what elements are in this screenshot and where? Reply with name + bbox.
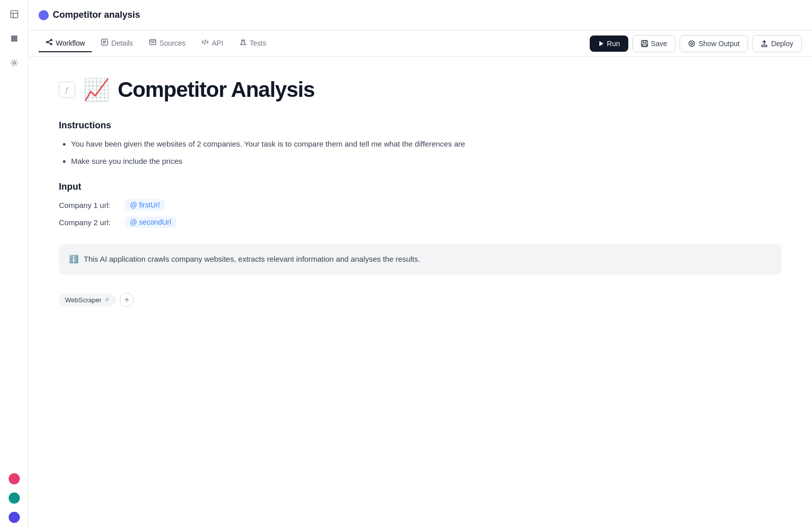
sidebar-dot-teal[interactable] — [9, 492, 20, 504]
instruction-item-2: Make sure you include the prices — [71, 155, 782, 167]
instructions-section: Instructions You have been given the web… — [59, 120, 782, 167]
webscraper-tag[interactable]: WebScraper ✕ — [59, 294, 116, 306]
instructions-heading: Instructions — [59, 120, 782, 131]
run-button[interactable]: Run — [590, 36, 628, 52]
svg-line-16 — [48, 41, 51, 42]
deploy-button[interactable]: Deploy — [752, 35, 802, 52]
svg-point-14 — [51, 40, 52, 41]
input-heading: Input — [59, 182, 782, 192]
svg-point-4 — [13, 36, 15, 38]
sidebar-dot-red[interactable] — [9, 473, 20, 484]
svg-rect-29 — [642, 44, 647, 46]
tab-sources[interactable]: Sources — [142, 34, 192, 52]
tab-details[interactable]: Details — [94, 34, 140, 52]
tab-tests[interactable]: Tests — [232, 34, 274, 52]
company1-label: Company 1 url: — [59, 201, 120, 209]
svg-point-8 — [15, 38, 17, 40]
show-output-button[interactable]: Show Output — [680, 35, 748, 52]
main-area: Competitor analysis Workflow — [28, 0, 812, 529]
page-title-emoji: 📈 — [83, 77, 110, 102]
add-tag-icon: + — [124, 295, 129, 304]
instructions-list: You have been given the websites of 2 co… — [59, 138, 782, 167]
svg-rect-22 — [150, 40, 156, 45]
sidebar-settings-icon[interactable] — [6, 55, 22, 71]
deploy-label: Deploy — [771, 40, 793, 48]
app-icon — [39, 10, 49, 20]
info-text: This AI application crawls company websi… — [84, 253, 420, 265]
tab-workflow-label: Workflow — [56, 39, 85, 47]
svg-line-17 — [48, 43, 51, 44]
tab-details-label: Details — [111, 39, 133, 47]
details-tab-icon — [101, 39, 108, 47]
tab-tests-label: Tests — [250, 39, 266, 47]
tab-api[interactable]: API — [194, 34, 230, 52]
webscraper-tag-remove[interactable]: ✕ — [105, 296, 110, 303]
run-label: Run — [607, 40, 620, 48]
input-row-company1: Company 1 url: @ firstUrl — [59, 199, 782, 210]
svg-point-7 — [13, 38, 15, 40]
svg-point-31 — [691, 43, 693, 45]
svg-point-11 — [15, 40, 17, 42]
svg-point-6 — [11, 38, 13, 40]
sidebar-dot-indigo[interactable] — [9, 512, 20, 523]
header-title: Competitor analysis — [39, 10, 140, 20]
svg-point-30 — [689, 41, 695, 46]
svg-rect-0 — [11, 11, 18, 18]
content-area: ƒ 📈 Competitor Analysis Instructions You… — [28, 57, 812, 529]
tab-workflow[interactable]: Workflow — [39, 34, 92, 52]
input-section: Input Company 1 url: @ firstUrl Company … — [59, 182, 782, 228]
save-label: Save — [651, 40, 667, 48]
api-tab-icon — [201, 39, 209, 47]
page-title: Competitor Analysis — [118, 78, 315, 102]
svg-point-10 — [13, 40, 15, 42]
tabs-left: Workflow Details — [39, 34, 590, 52]
save-button[interactable]: Save — [632, 35, 676, 52]
info-icon: ℹ️ — [69, 253, 79, 265]
tags-row: WebScraper ✕ + — [59, 293, 782, 307]
page-title-section: ƒ 📈 Competitor Analysis — [59, 77, 782, 102]
tests-tab-icon — [240, 39, 247, 47]
workflow-tab-icon — [46, 39, 53, 47]
svg-point-13 — [47, 42, 48, 43]
svg-point-9 — [11, 40, 13, 42]
svg-point-3 — [11, 36, 13, 38]
tabs-bar: Workflow Details — [28, 30, 812, 57]
svg-point-15 — [51, 44, 52, 45]
tab-api-label: API — [212, 39, 223, 47]
function-icon: ƒ — [59, 82, 75, 98]
sidebar-grid-icon[interactable] — [6, 30, 22, 47]
instruction-item-1: You have been given the websites of 2 co… — [71, 138, 782, 150]
show-output-label: Show Output — [698, 40, 739, 48]
sources-tab-icon — [149, 39, 156, 47]
svg-point-5 — [15, 36, 17, 38]
info-box: ℹ️ This AI application crawls company we… — [59, 244, 782, 274]
svg-marker-26 — [599, 41, 603, 46]
firstUrl-mention[interactable]: @ firstUrl — [125, 199, 165, 210]
function-icon-label: ƒ — [65, 86, 69, 94]
webscraper-tag-label: WebScraper — [65, 296, 101, 304]
company2-label: Company 2 url: — [59, 218, 120, 227]
tabs-right: Run Save Show Output — [590, 35, 802, 52]
sidebar-layout-icon[interactable] — [6, 6, 22, 22]
app-title: Competitor analysis — [53, 10, 140, 20]
left-sidebar — [0, 0, 28, 529]
header: Competitor analysis — [28, 0, 812, 30]
tab-sources-label: Sources — [159, 39, 185, 47]
add-tag-button[interactable]: + — [120, 293, 134, 307]
svg-point-12 — [13, 62, 15, 64]
input-row-company2: Company 2 url: @ secondUrl — [59, 217, 782, 228]
svg-rect-28 — [643, 41, 646, 43]
secondUrl-mention[interactable]: @ secondUrl — [125, 217, 176, 228]
